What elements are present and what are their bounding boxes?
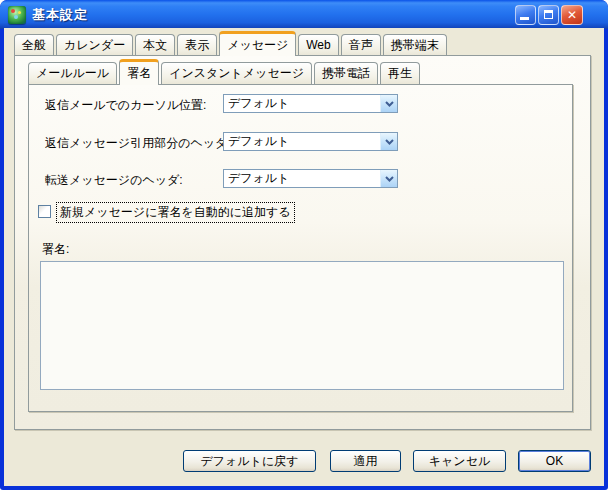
tab-body-text[interactable]: 本文 xyxy=(135,34,175,55)
tab-display[interactable]: 表示 xyxy=(177,34,217,55)
signature-textarea[interactable] xyxy=(40,261,564,390)
tab-general[interactable]: 全般 xyxy=(14,34,54,55)
window-title: 基本設定 xyxy=(32,6,88,24)
tab-sound[interactable]: 音声 xyxy=(341,34,381,55)
auto-signature-checkbox[interactable] xyxy=(38,205,51,218)
tab-mobile-phone[interactable]: 携帯電話 xyxy=(314,62,378,84)
app-icon xyxy=(8,6,26,24)
dropdown-arrow-icon[interactable] xyxy=(380,95,397,112)
maximize-button[interactable] xyxy=(538,5,559,25)
minimize-button[interactable] xyxy=(515,5,536,25)
title-bar[interactable]: 基本設定 ✕ xyxy=(0,0,608,29)
auto-signature-checkbox-label[interactable]: 新規メッセージに署名を自動的に追加する xyxy=(56,202,295,223)
minimize-icon xyxy=(520,17,529,20)
tab-instant-message[interactable]: インスタントメッセージ xyxy=(161,62,312,84)
maximize-icon xyxy=(544,10,553,19)
combobox-value: デフォルト xyxy=(224,95,380,112)
cancel-button[interactable]: キャンセル xyxy=(413,450,506,472)
tab-calendar[interactable]: カレンダー xyxy=(56,34,133,55)
signature-label: 署名: xyxy=(42,241,69,258)
reply-quote-header-label: 返信メッセージ引用部分のヘッダ: xyxy=(45,135,231,152)
dialog-window: 基本設定 ✕ 全般 カレンダー 本文 表示 メッセージ Web 音声 携帯端末 … xyxy=(0,0,608,490)
combobox-value: デフォルト xyxy=(224,133,380,150)
dropdown-arrow-icon[interactable] xyxy=(380,133,397,150)
tab-web[interactable]: Web xyxy=(298,34,338,55)
close-icon: ✕ xyxy=(562,8,582,22)
close-button[interactable]: ✕ xyxy=(561,5,583,25)
reset-to-default-button[interactable]: デフォルトに戻す xyxy=(183,450,316,472)
reply-cursor-position-combobox[interactable]: デフォルト xyxy=(223,94,398,113)
reply-cursor-position-label: 返信メールでのカーソル位置: xyxy=(45,97,206,114)
ok-button[interactable]: OK xyxy=(518,450,591,472)
tab-signature[interactable]: 署名 xyxy=(119,59,159,85)
apply-button[interactable]: 適用 xyxy=(330,450,401,472)
dropdown-arrow-icon[interactable] xyxy=(380,170,397,187)
combobox-value: デフォルト xyxy=(224,170,380,187)
tab-message[interactable]: メッセージ xyxy=(219,31,296,56)
secondary-tab-strip: メールルール 署名 インスタントメッセージ 携帯電話 再生 xyxy=(28,59,422,84)
tab-mobile-device[interactable]: 携帯端末 xyxy=(383,34,447,55)
tab-mail-rules[interactable]: メールルール xyxy=(28,62,117,84)
tab-playback[interactable]: 再生 xyxy=(380,62,420,84)
forward-header-combobox[interactable]: デフォルト xyxy=(223,169,398,188)
reply-quote-header-combobox[interactable]: デフォルト xyxy=(223,132,398,151)
primary-tab-strip: 全般 カレンダー 本文 表示 メッセージ Web 音声 携帯端末 xyxy=(14,31,449,55)
forward-header-label: 転送メッセージのヘッダ: xyxy=(45,172,183,189)
